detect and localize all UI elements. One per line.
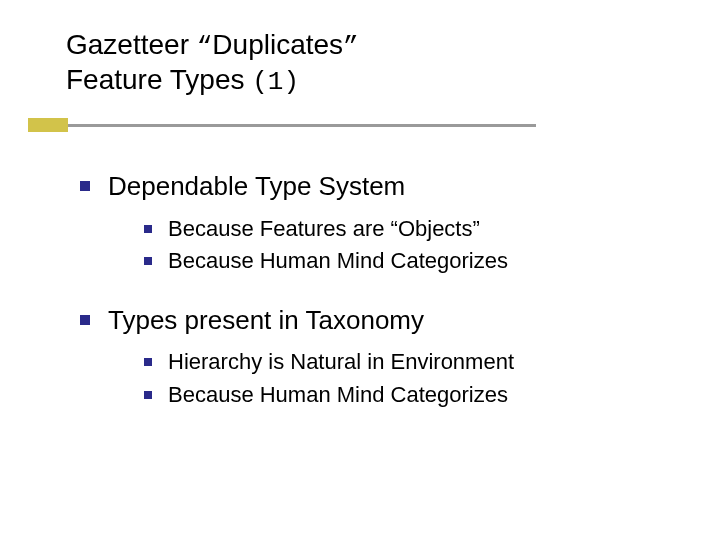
- bullet-level2: Because Human Mind Categorizes: [144, 381, 660, 410]
- title-quote-close: ”: [343, 32, 359, 62]
- square-bullet-icon: [144, 257, 152, 265]
- square-bullet-icon: [144, 225, 152, 233]
- title-quote-open: “: [197, 32, 213, 62]
- sub-list: Hierarchy is Natural in Environment Beca…: [144, 348, 660, 409]
- underline-accent: [28, 118, 68, 132]
- bullet-level1: Types present in Taxonomy: [80, 304, 660, 337]
- bullet-level2: Hierarchy is Natural in Environment: [144, 348, 660, 377]
- title-part-number: (1): [252, 67, 299, 97]
- slide-title: Gazetteer “Duplicates” Feature Types (1): [66, 28, 359, 98]
- bullet-text: Because Human Mind Categorizes: [168, 247, 508, 276]
- title-line-2: Feature Types (1): [66, 63, 359, 98]
- square-bullet-icon: [144, 358, 152, 366]
- square-bullet-icon: [144, 391, 152, 399]
- underline-bar: [66, 124, 536, 127]
- square-bullet-icon: [80, 315, 90, 325]
- title-text: Duplicates: [212, 29, 343, 60]
- title-underline: [0, 118, 720, 136]
- content-area: Dependable Type System Because Features …: [80, 170, 660, 437]
- bullet-text: Because Human Mind Categorizes: [168, 381, 508, 410]
- bullet-text: Hierarchy is Natural in Environment: [168, 348, 514, 377]
- title-line-1: Gazetteer “Duplicates”: [66, 28, 359, 63]
- square-bullet-icon: [80, 181, 90, 191]
- title-text: Gazetteer: [66, 29, 197, 60]
- bullet-level2: Because Human Mind Categorizes: [144, 247, 660, 276]
- slide: Gazetteer “Duplicates” Feature Types (1)…: [0, 0, 720, 540]
- bullet-level1: Dependable Type System: [80, 170, 660, 203]
- bullet-level2: Because Features are “Objects”: [144, 215, 660, 244]
- bullet-text: Dependable Type System: [108, 170, 405, 203]
- title-text: Feature Types: [66, 64, 252, 95]
- sub-list: Because Features are “Objects” Because H…: [144, 215, 660, 276]
- bullet-text: Because Features are “Objects”: [168, 215, 480, 244]
- bullet-text: Types present in Taxonomy: [108, 304, 424, 337]
